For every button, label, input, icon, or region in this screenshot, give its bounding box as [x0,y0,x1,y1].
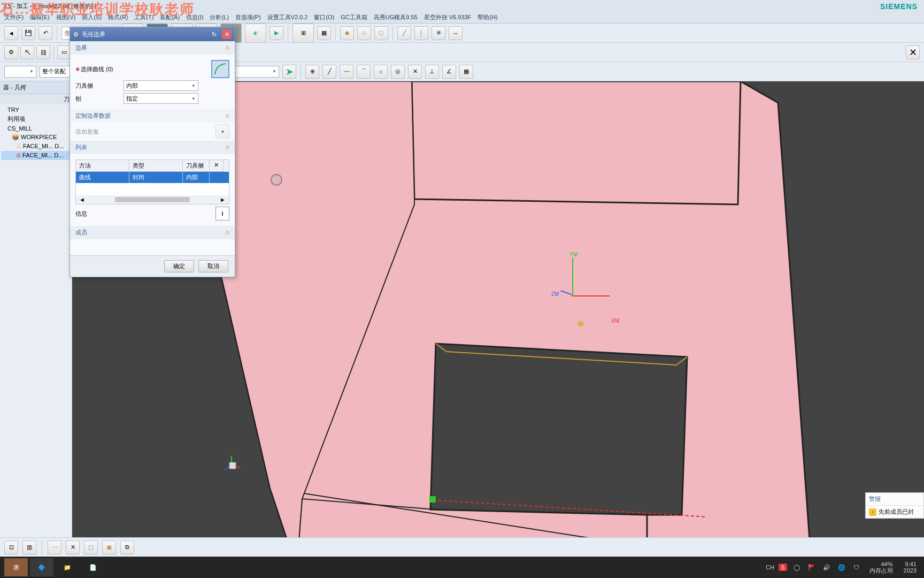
snap-line-button[interactable]: ╱ [322,65,336,79]
wave-button[interactable]: 〰 [48,541,61,554]
select-curve-label: 选择曲线 (0) [81,65,129,73]
snap-circle-button[interactable]: ○ [374,65,388,79]
close-button[interactable]: ✕ [222,29,232,39]
tray-flag-icon[interactable]: 🚩 [806,564,817,571]
grid-button[interactable]: ▦ [317,26,331,40]
delete-row-button[interactable]: ✕ [210,160,224,172]
plane-select[interactable]: 指定▼ [124,93,198,104]
select-curve-button[interactable] [211,60,229,78]
tray-sound-icon[interactable]: 🔊 [821,564,832,571]
tray-net-icon[interactable]: 🌐 [836,564,847,571]
save-button[interactable]: 💾 [21,26,35,40]
axis-xyz-icon[interactable]: ✱ [432,26,445,40]
separator [288,26,288,41]
menu-analysis[interactable]: 分析(L) [210,13,228,21]
reset-button[interactable]: ↻ [209,29,219,39]
tool-side-select[interactable]: 内部▼ [124,80,198,91]
task-app1[interactable]: 唐 [4,558,28,576]
navigator-title: 器 - 几何 [0,81,72,94]
task-notes[interactable]: 📄 [81,558,105,576]
ime-indicator[interactable]: CH [766,564,774,571]
section-list[interactable]: 列表 ᐱ [70,141,235,154]
clock[interactable]: 44% 内存占用 [866,561,896,574]
scroll-thumb[interactable] [115,197,190,202]
separator [57,26,57,41]
tree-unused[interactable]: 利用项 [1,114,71,124]
section-custom-data[interactable]: 定制边界数据 ᐯ [70,109,235,123]
task-explorer[interactable]: 📁 [56,558,79,576]
menu-help[interactable]: 帮助(H) [478,13,497,21]
menu-gctools[interactable]: GC工具箱 [341,13,367,21]
stack-button[interactable]: ⧉ [120,541,134,554]
snap2-button[interactable]: ▥ [22,541,36,554]
axis-y-icon[interactable]: │ [414,26,428,40]
snap-curve-button[interactable]: 〰 [340,65,353,79]
nav-back-button[interactable]: ◄ [4,26,18,40]
members-body [70,239,235,255]
scroll-right-icon[interactable]: ► [220,196,226,203]
cam1-button[interactable]: ⚙ [4,45,18,59]
task-app2[interactable]: 🔷 [30,558,53,576]
undo-button[interactable]: ↶ [38,26,52,40]
menu-window[interactable]: 窗口(O) [314,13,334,21]
dialog-titlebar[interactable]: ⚙ 毛坯边界 ↻ ✕ [70,27,235,41]
info-button[interactable]: i [215,207,229,220]
cam-op3-button[interactable]: ⬡ [374,26,388,40]
filter-combo[interactable]: ▼ [4,66,36,78]
snap-tan-button[interactable]: ⊥ [425,65,439,79]
taskbar: 唐 🔷 📁 📄 CH S ◯ 🚩 🔊 🌐 🛡 44% 内存占用 9:41 202… [0,557,924,578]
tree-mcs[interactable]: CS_MILL [1,124,71,133]
gear-icon: ⚙ [73,31,79,38]
add-set-button[interactable]: ✦ [215,125,229,139]
dimension-icon[interactable]: ↔ [449,26,463,40]
ok-button[interactable]: 确定 [164,260,194,272]
cam-op2-button[interactable]: ◇ [357,26,371,40]
assembly-button[interactable]: ⊞ [292,24,314,43]
tree-geometry[interactable]: TRY [1,105,71,114]
snap-cross-button[interactable]: ✕ [408,65,422,79]
snap-center-button[interactable]: ◎ [391,65,405,79]
tray-circle-icon[interactable]: ◯ [791,564,802,571]
box-button[interactable]: ▣ [102,541,116,554]
section-boundary[interactable]: 边界 ᐱ [70,41,235,55]
plane-label: 刨 [75,95,124,103]
ime-mode[interactable]: S [779,564,787,571]
menu-gxug[interactable]: 高秀UG模具9.55 [374,13,418,21]
x-axis-label: XM [611,318,619,324]
warning-icon: ! [869,508,876,516]
tree-facemill2[interactable]: ⊘ FACE_MI... D... [1,151,71,160]
table-row[interactable]: 曲线 封闭 内部 [76,172,229,183]
cyl-button[interactable]: ⬚ [84,541,98,554]
snap-arc-button[interactable]: ⌒ [357,65,371,79]
cam2-button[interactable]: ⛏ [20,45,34,59]
tree-workpiece[interactable]: 📦 WORKPIECE [1,133,71,142]
axis-x-icon[interactable]: ╱ [397,26,411,40]
menu-prefs[interactable]: 首选项(P) [235,13,261,21]
tree-facemill1[interactable]: ⚠ FACE_MI... D... [1,142,71,151]
scroll-left-icon[interactable]: ◄ [79,196,85,203]
navigator-panel: 器 - 几何 刀 TRY 利用项 CS_MILL 📦 WORKPIECE ⚠ F… [0,81,72,552]
snap1-button[interactable]: ⊡ [4,541,18,554]
close-x-button[interactable]: ✕ [906,45,920,59]
section-members[interactable]: 成员 ᐱ [70,226,235,239]
datetime[interactable]: 9:41 2023 [900,561,920,574]
menu-setup[interactable]: 设置工具V2.0.2 [267,13,308,21]
svg-rect-5 [229,462,236,469]
cam3-button[interactable]: ⛓ [36,45,50,59]
confirm-arrow-button[interactable]: ➤ [282,65,296,79]
table-scrollbar[interactable]: ◄ ► [76,195,229,204]
section-button[interactable]: ⬖ [245,24,266,43]
snap-proj-button[interactable]: ∠ [442,65,456,79]
tray-shield-icon[interactable]: 🛡 [851,564,862,571]
geometry-tree[interactable]: TRY 利用项 CS_MILL 📦 WORKPIECE ⚠ FACE_MI...… [0,104,72,161]
layer-button[interactable]: ▶ [270,26,283,40]
cancel-button[interactable]: 取消 [198,260,228,272]
grid-toggle-button[interactable]: ▦ [459,65,473,79]
boundary-table: 方法 类型 刀具侧 ✕ 曲线 封闭 内部 ◄ ► [75,159,229,204]
cam-op1-button[interactable]: ◆ [340,26,354,40]
menu-xk[interactable]: 星空外挂 V6.933F [424,13,472,21]
cross-button[interactable]: ✕ [66,541,80,554]
separator [301,64,301,79]
snap-point-button[interactable]: ⊕ [305,65,319,79]
assembly-filter-label: 整个装配 [42,67,66,75]
